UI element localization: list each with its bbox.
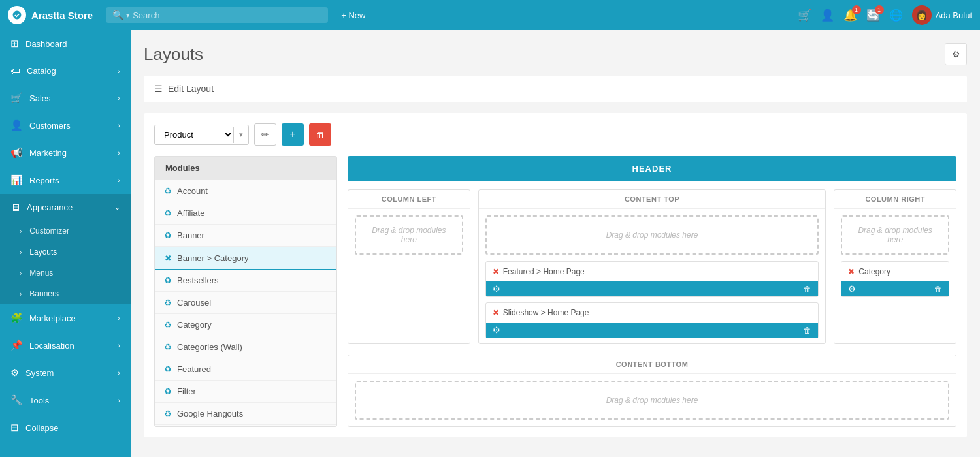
sidebar-label-collapse: Collapse	[25, 423, 59, 433]
remove-module-icon[interactable]: ✖	[493, 308, 499, 317]
sidebar-label-tools: Tools	[29, 396, 49, 405]
sidebar-item-appearance[interactable]: 🖥 Appearance ⌄	[0, 194, 131, 221]
columns-row: COLUMN LEFT Drag & drop modules here CON…	[348, 189, 956, 344]
user-icon[interactable]: 👤	[821, 8, 834, 22]
editor-grid: Modules ♻ Account ♻ Affiliate ♻ Banner	[154, 156, 956, 427]
sidebar-label-catalog: Catalog	[27, 66, 56, 76]
list-item[interactable]: ♻ Account	[155, 180, 336, 202]
gear-icon[interactable]: ⚙	[493, 284, 500, 294]
module-icon: ♻	[164, 230, 172, 240]
remove-module-icon[interactable]: ✖	[493, 267, 499, 276]
column-right-drop-zone[interactable]: Drag & drop modules here	[841, 215, 949, 255]
search-icon: 🔍	[112, 10, 123, 20]
sidebar-label-menus: Menus	[29, 268, 53, 277]
search-input[interactable]	[133, 10, 321, 20]
search-dropdown-arrow[interactable]: ▾	[126, 11, 130, 20]
delete-button[interactable]: 🗑	[309, 123, 331, 146]
content-top-drop-zone[interactable]: Drag & drop modules here	[485, 215, 819, 255]
list-item[interactable]: ♻ Filter	[155, 381, 336, 403]
list-item[interactable]: ♻ Banner	[155, 225, 336, 247]
list-item[interactable]: ♻ Category	[155, 314, 336, 336]
catalog-icon: 🏷	[10, 65, 20, 76]
module-icon: ♻	[164, 320, 172, 330]
add-button[interactable]: +	[282, 123, 304, 146]
appearance-arrow: ⌄	[114, 203, 120, 212]
appearance-icon: 🖥	[10, 202, 20, 213]
settings-icon-button[interactable]: ⚙	[945, 43, 967, 65]
sidebar-label-appearance: Appearance	[27, 202, 73, 212]
module-icon: ♻	[164, 298, 172, 307]
marketing-arrow: ›	[118, 149, 120, 157]
section-header: ☰ Edit Layout	[144, 76, 967, 102]
sidebar-item-marketplace[interactable]: 🧩 Marketplace ›	[0, 304, 131, 332]
list-item[interactable]: ♻ Affiliate	[155, 202, 336, 225]
sidebar-label-reports: Reports	[29, 176, 59, 185]
cart-icon[interactable]: 🛒	[798, 8, 811, 22]
sidebar-item-sales[interactable]: 🛒 Sales ›	[0, 84, 131, 112]
list-item[interactable]: ✖ Banner > Category	[155, 247, 336, 270]
modules-header: Modules	[155, 157, 336, 180]
search-bar[interactable]: 🔍 ▾	[106, 7, 328, 23]
notifications-icon[interactable]: 🔔 1	[843, 8, 857, 22]
delete-module-icon[interactable]: 🗑	[934, 285, 942, 294]
module-label: Google Hangouts	[177, 409, 243, 418]
sidebar-item-layouts[interactable]: › Layouts	[0, 242, 131, 262]
column-left-drop-zone[interactable]: Drag & drop modules here	[355, 215, 463, 255]
remove-module-icon[interactable]: ✖	[848, 267, 855, 276]
module-label: Featured	[177, 364, 211, 374]
layout-select-wrap[interactable]: Product Default Category Checkout Home ▾	[154, 125, 249, 145]
globe-icon[interactable]: 🌐	[889, 8, 903, 22]
editor-toolbar: Product Default Category Checkout Home ▾…	[154, 123, 956, 146]
sidebar-label-marketplace: Marketplace	[29, 313, 76, 323]
brand-logo[interactable]: Arastta Store	[8, 6, 93, 24]
sidebar-item-collapse[interactable]: ⊟ Collapse	[0, 414, 131, 441]
banners-arrow: ›	[20, 291, 22, 298]
list-item[interactable]: ♻ Google Hangouts	[155, 403, 336, 425]
new-button[interactable]: + New	[335, 8, 372, 23]
tools-arrow: ›	[118, 396, 120, 404]
module-card-header: ✖ Featured > Home Page	[486, 262, 819, 281]
sidebar-item-tools[interactable]: 🔧 Tools ›	[0, 386, 131, 414]
page-title: Layouts	[144, 44, 203, 65]
column-left-title: COLUMN LEFT	[348, 190, 470, 209]
customers-icon: 👤	[10, 119, 23, 131]
module-label: Bestsellers	[177, 276, 219, 285]
sidebar-item-banners[interactable]: › Banners	[0, 283, 131, 304]
content-bottom-drop-zone[interactable]: Drag & drop modules here	[355, 381, 949, 420]
sidebar-item-marketing[interactable]: 📢 Marketing ›	[0, 139, 131, 166]
sidebar-item-menus[interactable]: › Menus	[0, 262, 131, 283]
gear-icon[interactable]: ⚙	[848, 284, 856, 294]
localisation-icon: 📌	[10, 339, 23, 351]
delete-module-icon[interactable]: 🗑	[804, 326, 811, 335]
content-top-module-featured: ✖ Featured > Home Page ⚙ 🗑	[485, 261, 819, 297]
list-item[interactable]: ♻ Bestsellers	[155, 270, 336, 292]
list-item[interactable]: ♻ Featured	[155, 358, 336, 381]
user-menu[interactable]: 👩 Ada Bulut	[912, 5, 972, 25]
sidebar-item-customers[interactable]: 👤 Customers ›	[0, 112, 131, 139]
layout-select[interactable]: Product Default Category Checkout Home	[155, 125, 233, 144]
list-item[interactable]: ♻ Carousel	[155, 292, 336, 314]
updates-icon[interactable]: 🔄 1	[866, 8, 880, 22]
sidebar-label-localisation: Localisation	[29, 341, 74, 351]
layouts-arrow: ›	[20, 249, 22, 256]
edit-button[interactable]: ✏	[254, 123, 276, 146]
sidebar-item-localisation[interactable]: 📌 Localisation ›	[0, 332, 131, 359]
svg-point-0	[13, 11, 22, 20]
sidebar-label-customizer: Customizer	[29, 227, 69, 236]
module-icon: ♻	[164, 364, 172, 374]
sidebar-item-system[interactable]: ⚙ System ›	[0, 359, 131, 386]
localisation-arrow: ›	[118, 341, 120, 349]
sales-icon: 🛒	[10, 92, 23, 104]
sidebar-item-dashboard[interactable]: ⊞ Dashboard	[0, 30, 131, 57]
module-label: Categories (Wall)	[177, 342, 242, 352]
gear-icon[interactable]: ⚙	[493, 325, 500, 335]
module-card-label: Slideshow > Home Page	[503, 308, 589, 317]
sidebar-item-customizer[interactable]: › Customizer	[0, 221, 131, 242]
module-icon: ♻	[164, 386, 172, 396]
notifications-badge: 1	[852, 5, 861, 14]
reports-arrow: ›	[118, 176, 120, 184]
sidebar-item-catalog[interactable]: 🏷 Catalog ›	[0, 57, 131, 84]
list-item[interactable]: ♻ Categories (Wall)	[155, 336, 336, 358]
delete-module-icon[interactable]: 🗑	[804, 285, 811, 294]
sidebar-item-reports[interactable]: 📊 Reports ›	[0, 166, 131, 194]
